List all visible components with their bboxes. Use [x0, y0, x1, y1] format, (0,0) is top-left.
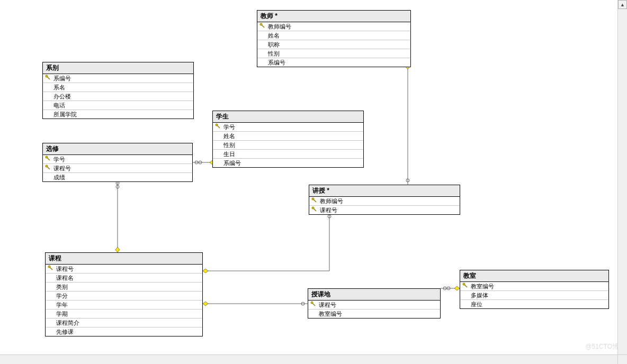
field-label: 学年 — [56, 302, 68, 308]
field-row: 职称 — [257, 40, 410, 49]
entity-course[interactable]: 课程 课程号 课程名 类别 学分 学年 学期 课程简介 先修课 — [45, 252, 203, 336]
field-label: 办公楼 — [53, 93, 71, 99]
svg-point-6 — [199, 161, 202, 164]
field-label: 教室编号 — [471, 283, 494, 289]
svg-point-24 — [260, 23, 262, 25]
field-row: 教室编号 — [308, 310, 440, 318]
field-label: 课程名 — [56, 275, 74, 281]
field-label: 课程号 — [56, 266, 74, 272]
entity-department[interactable]: 系别 系编号 系名 办公楼 电话 所属学院 — [42, 62, 194, 119]
entity-teacher[interactable]: 教师 * 教师编号 姓名 职称 性别 系编号 — [257, 10, 411, 67]
field-label: 系编号 — [268, 59, 285, 66]
svg-line-39 — [50, 268, 53, 270]
svg-line-41 — [313, 304, 316, 306]
entity-title: 选修 — [43, 143, 192, 155]
field-label: 性别 — [223, 142, 235, 148]
field-row: 学期 — [46, 310, 202, 319]
key-icon — [45, 75, 51, 81]
svg-point-22 — [447, 287, 450, 290]
field-row: 教室编号 — [460, 282, 608, 291]
field-label: 多媒体 — [471, 292, 488, 298]
key-icon — [311, 197, 318, 204]
field-label: 学分 — [56, 293, 68, 299]
entity-title: 学生 — [213, 111, 363, 123]
field-row: 课程简介 — [46, 319, 202, 327]
svg-line-31 — [48, 158, 50, 161]
field-label: 教室编号 — [319, 311, 342, 317]
field-row: 系名 — [43, 83, 193, 92]
field-row: 课程号 — [308, 301, 440, 310]
erd-canvas[interactable]: 教师 * 教师编号 姓名 职称 性别 系编号 系别 系编号 系名 办公楼 电话 … — [0, 0, 627, 364]
field-label: 学号 — [53, 156, 65, 162]
svg-point-36 — [312, 207, 314, 209]
svg-point-18 — [301, 302, 304, 305]
field-row: 教师编号 — [257, 22, 410, 31]
key-icon — [48, 265, 54, 271]
svg-line-25 — [262, 25, 265, 28]
svg-marker-17 — [203, 302, 208, 306]
key-icon — [259, 23, 266, 29]
field-row: 学年 — [46, 301, 202, 310]
scroll-track[interactable] — [618, 9, 627, 355]
key-icon — [462, 283, 469, 289]
field-row: 系编号 — [43, 74, 193, 83]
field-row: 学号 — [213, 123, 363, 132]
svg-point-21 — [443, 287, 446, 290]
field-label: 先修课 — [56, 329, 74, 335]
svg-line-37 — [314, 209, 317, 212]
field-label: 生日 — [223, 151, 235, 157]
svg-line-27 — [48, 77, 50, 80]
key-icon — [310, 301, 317, 307]
field-label: 学号 — [223, 124, 235, 130]
svg-point-26 — [46, 75, 48, 77]
field-label: 课程简介 — [56, 320, 79, 326]
svg-point-28 — [216, 124, 218, 126]
svg-point-5 — [195, 161, 198, 164]
field-row: 类别 — [46, 283, 202, 292]
key-icon — [215, 123, 221, 130]
field-row: 系编号 — [213, 159, 363, 167]
field-label: 所属学院 — [53, 111, 77, 117]
field-row: 学号 — [43, 155, 192, 164]
entity-student[interactable]: 学生 学号 姓名 性别 生日 系编号 — [212, 111, 364, 168]
key-icon — [311, 206, 318, 213]
entity-elective[interactable]: 选修 学号 课程号 成绩 — [42, 143, 193, 182]
field-label: 成绩 — [53, 174, 65, 180]
svg-point-3 — [406, 179, 409, 182]
svg-marker-15 — [203, 269, 208, 273]
field-row: 电话 — [43, 101, 193, 110]
field-label: 座位 — [471, 301, 482, 307]
svg-point-32 — [46, 165, 48, 167]
key-icon — [45, 156, 51, 162]
horizontal-scrollbar[interactable] — [0, 354, 618, 364]
entity-lecture[interactable]: 讲授 * 教师编号 课程号 — [309, 185, 460, 215]
svg-point-34 — [312, 198, 314, 200]
entity-title: 教师 * — [257, 11, 410, 22]
field-row: 系编号 — [257, 58, 410, 67]
field-row: 课程号 — [43, 164, 192, 173]
entity-classroom[interactable]: 教室 教室编号 多媒体 座位 — [460, 270, 609, 309]
field-label: 电话 — [53, 102, 65, 108]
field-label: 系编号 — [223, 160, 241, 166]
svg-line-43 — [465, 285, 468, 288]
field-row: 课程号 — [309, 206, 460, 214]
svg-point-30 — [46, 156, 48, 158]
field-label: 姓名 — [223, 133, 235, 139]
svg-line-29 — [218, 126, 220, 129]
field-row: 姓名 — [213, 132, 363, 141]
svg-point-14 — [328, 215, 331, 218]
svg-marker-23 — [454, 286, 460, 290]
field-label: 性别 — [268, 50, 280, 57]
field-row: 座位 — [460, 300, 608, 308]
scroll-up-button[interactable]: ▲ — [618, 0, 627, 9]
svg-line-35 — [314, 200, 317, 203]
entity-venue[interactable]: 授课地 课程号 教室编号 — [308, 288, 441, 319]
vertical-scrollbar[interactable]: ▲ ▼ — [617, 0, 627, 364]
svg-line-33 — [48, 167, 50, 170]
entity-title: 系别 — [43, 62, 193, 74]
field-label: 教师编号 — [268, 23, 291, 30]
field-label: 教师编号 — [320, 198, 343, 204]
field-row: 课程名 — [46, 274, 202, 283]
entity-title: 讲授 * — [309, 185, 460, 197]
field-row: 姓名 — [257, 31, 410, 40]
